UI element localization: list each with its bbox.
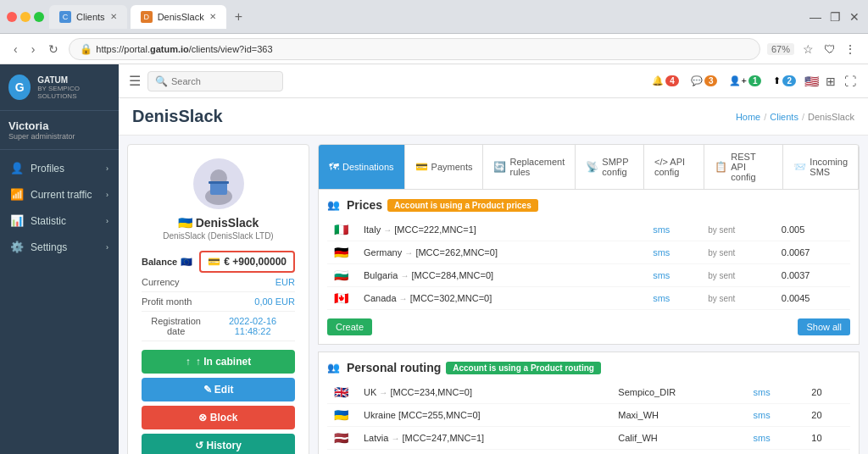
balance-row: Balance 🇪🇺 💳 € +900,00000 (142, 251, 295, 273)
browser-minimize-icon[interactable]: — (808, 8, 823, 25)
browser-toolbar-right: — ❐ ✕ (808, 8, 861, 25)
sidebar-user: Victoria Super administrator (0, 111, 119, 150)
sms-icon: 📨 (793, 161, 806, 173)
flag-latvia-1: 🇱🇻 (334, 431, 348, 445)
routing-header: 👥 Personal routing Account is using a Pr… (327, 361, 850, 374)
menu-button[interactable]: ⋮ (843, 41, 858, 58)
settings-arrow-icon: › (106, 243, 108, 252)
balance-label: Balance 🇪🇺 (142, 257, 192, 268)
search-box[interactable]: 🔍 (147, 71, 283, 91)
users-badge: 1 (748, 75, 762, 86)
shield-icon[interactable]: 🛡 (822, 41, 837, 58)
tab-smpp-config[interactable]: 📡 SMPP config (576, 145, 644, 189)
sidebar-item-profiles[interactable]: 👤 Profiles › (0, 155, 119, 181)
sidebar-item-current-traffic[interactable]: 📶 Current traffic › (0, 181, 119, 208)
browser-close-icon[interactable]: ✕ (848, 8, 861, 25)
tab-clients[interactable]: C Clients ✕ (49, 5, 127, 29)
profiles-arrow-icon: › (106, 164, 108, 173)
tab-close-denisslack[interactable]: ✕ (209, 12, 216, 21)
content-wrapper: DenisSlack Home / Clients / DenisSlack (119, 98, 868, 454)
forward-button[interactable]: › (28, 41, 39, 58)
profile-org: DenisSlack (DenisSlack LTD) (142, 231, 295, 241)
back-button[interactable]: ‹ (10, 41, 21, 58)
prices-show-all-button[interactable]: Show all (798, 318, 850, 335)
url-text: https://portal.gatum.io/clients/view?id=… (96, 44, 272, 54)
reg-date-row: Registration date 2022-02-16 11:48:22 (142, 312, 295, 341)
right-panel: 🗺 Destinations 💳 Payments 🔄 Replacement … (318, 144, 860, 454)
payments-icon: 💳 (415, 161, 428, 173)
in-cabinet-button[interactable]: ↑ ↑ In cabinet (142, 350, 295, 374)
tab-api-config[interactable]: </> API config (644, 145, 704, 189)
routing-country-cell: Ukraine [MCC=255,MNC=0] (357, 404, 611, 427)
tab-label-denisslack: DenisSlack (158, 12, 204, 22)
route-name-3: Calif_WH (611, 427, 746, 450)
flag-germany: 🇩🇪 (334, 246, 348, 259)
tab-rest-api-config[interactable]: 📋 REST API config (704, 145, 783, 189)
country-cell: Canada → [MCC=302,MNC=0] (357, 287, 621, 310)
notifications-button[interactable]: 🔔 4 (648, 74, 682, 88)
maximize-btn[interactable] (34, 12, 44, 22)
browser-restore-icon[interactable]: ❐ (828, 8, 843, 25)
tab-replacement-rules[interactable]: 🔄 Replacement rules (483, 145, 576, 189)
close-btn[interactable] (7, 12, 17, 22)
flag-ukraine: 🇺🇦 (334, 408, 348, 422)
tab-destinations[interactable]: 🗺 Destinations (319, 145, 405, 189)
sidebar-item-settings[interactable]: ⚙️ Settings › (0, 234, 119, 260)
new-tab-button[interactable]: + (230, 5, 248, 29)
content-body: 🇺🇦 DenisSlack DenisSlack (DenisSlack LTD… (119, 136, 868, 454)
history-button[interactable]: ↺ History (142, 434, 295, 454)
sidebar-item-statistic[interactable]: 📊 Statistic › (0, 208, 119, 234)
tab-incoming-sms[interactable]: 📨 Incoming SMS (783, 145, 859, 189)
routing-title: Personal routing Account is using a Prod… (347, 361, 601, 374)
expand-button[interactable]: ⛶ (843, 73, 858, 90)
destinations-icon: 🗺 (329, 161, 339, 173)
country-cell: Bulgaria → [MCC=284,MNC=0] (357, 264, 621, 287)
top-bar: ☰ 🔍 🔔 4 💬 3 👤+ 1 ⬆ (119, 64, 868, 98)
tab-payments[interactable]: 💳 Payments (405, 145, 484, 189)
url-bar[interactable]: 🔒 https://portal.gatum.io/clients/view?i… (69, 38, 760, 60)
breadcrumb: Home / Clients / DenisSlack (736, 112, 854, 122)
bookmark-button[interactable]: ☆ (801, 41, 815, 58)
page-header: DenisSlack Home / Clients / DenisSlack (119, 98, 868, 136)
traffic-icon: 📶 (10, 188, 24, 201)
tab-bar: C Clients ✕ D DenisSlack ✕ + (49, 5, 803, 29)
tab-close-clients[interactable]: ✕ (110, 12, 117, 21)
routing-type-3: sms (747, 427, 805, 450)
edit-button[interactable]: ✎ Edit (142, 378, 295, 401)
zoom-level: 67% (767, 43, 794, 55)
prices-create-button[interactable]: Create (327, 318, 372, 335)
country-cell: Italy → [MCC=222,MNC=1] (357, 219, 621, 241)
prices-icon: 👥 (327, 199, 340, 211)
left-panel: 🇺🇦 DenisSlack DenisSlack (DenisSlack LTD… (127, 144, 309, 454)
reg-date-value: 2022-02-16 11:48:22 (210, 316, 295, 336)
profile-name: 🇺🇦 DenisSlack (142, 216, 295, 230)
messages-button[interactable]: 💬 3 (687, 74, 721, 88)
balance-flag: 🇪🇺 (181, 257, 192, 268)
reg-date-label: Registration date (142, 316, 210, 336)
search-icon: 🔍 (155, 75, 168, 87)
breadcrumb-home[interactable]: Home (736, 112, 760, 122)
block-button[interactable]: ⊗ Block (142, 406, 295, 429)
users-button[interactable]: 👤+ 1 (726, 74, 765, 88)
table-row: 🇬🇧 UK → [MCC=234,MNC=0] Sempico_DIR sms (327, 381, 850, 404)
browser-extensions: 🛡 ⋮ (822, 41, 858, 58)
reload-button[interactable]: ↻ (45, 41, 62, 58)
logo-subtitle: BY SEMPICO SOLUTIONS (37, 85, 110, 100)
grid-view-button[interactable]: ⊞ (824, 73, 837, 90)
search-input[interactable] (171, 76, 273, 86)
tab-favicon-clients: C (59, 11, 71, 23)
breadcrumb-clients[interactable]: Clients (770, 112, 798, 122)
hamburger-button[interactable]: ☰ (129, 73, 141, 89)
route-name-4: Sempico_DIR (611, 450, 746, 455)
address-bar: ‹ › ↻ 🔒 https://portal.gatum.io/clients/… (0, 34, 868, 64)
tab-denisslack[interactable]: D DenisSlack ✕ (131, 5, 226, 29)
type-sms-1: sms (646, 219, 701, 241)
prices-badge: Account is using a Product prices (387, 199, 538, 212)
sidebar-label-settings: Settings (31, 241, 67, 253)
routing-country-cell: Latvia → [MCC=247,MNC=1] (357, 427, 611, 450)
uploads-button[interactable]: ⬆ 2 (770, 74, 799, 88)
flag-uk: 🇬🇧 (334, 385, 348, 399)
minimize-btn[interactable] (20, 12, 31, 22)
routing-section: 👥 Personal routing Account is using a Pr… (318, 352, 860, 454)
language-flag: 🇺🇸 (804, 75, 819, 88)
